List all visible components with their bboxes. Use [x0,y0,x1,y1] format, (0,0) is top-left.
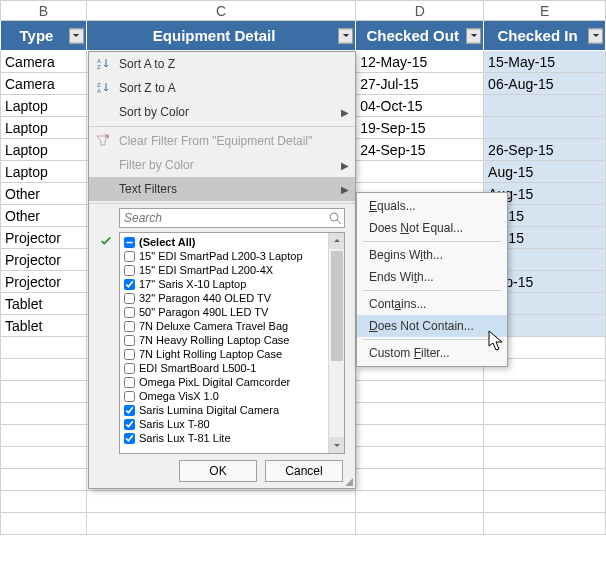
sort-by-color[interactable]: Sort by Color ▶ [89,100,355,124]
empty-cell[interactable] [356,469,484,491]
cell-type[interactable]: Tablet [1,315,87,337]
empty-cell[interactable] [356,513,484,535]
filter-item[interactable]: Saris Lumina Digital Camera [124,403,344,417]
filter-equals[interactable]: Equals... [357,195,507,217]
empty-cell[interactable] [356,381,484,403]
filter-checkbox[interactable] [124,419,135,430]
cell-out[interactable] [356,161,484,183]
filter-custom[interactable]: Custom Filter... [357,342,507,364]
filter-checkbox[interactable] [124,293,135,304]
empty-cell[interactable] [484,425,606,447]
filter-checkbox[interactable] [124,279,135,290]
empty-cell[interactable] [484,403,606,425]
cell-type[interactable]: Laptop [1,117,87,139]
empty-cell[interactable] [356,491,484,513]
filter-item[interactable]: (Select All) [124,235,344,249]
filter-item[interactable]: Omega PixL Digital Camcorder [124,375,344,389]
col-header-d[interactable]: D [356,1,484,21]
scroll-thumb[interactable] [331,251,343,361]
filter-item[interactable]: Saris Lux T-81 Lite [124,431,344,445]
empty-cell[interactable] [1,447,87,469]
filter-item[interactable]: 7N Light Rolling Laptop Case [124,347,344,361]
sort-az[interactable]: AZ Sort A to Z [89,52,355,76]
cell-type[interactable]: Camera [1,73,87,95]
filter-checkbox[interactable] [124,307,135,318]
filter-checkbox[interactable] [124,237,135,248]
filter-item[interactable]: 7N Deluxe Camera Travel Bag [124,319,344,333]
col-header-e[interactable]: E [484,1,606,21]
cell-in[interactable] [484,95,606,117]
ok-button[interactable]: OK [179,460,257,482]
cell-type[interactable]: Other [1,205,87,227]
cell-type[interactable]: Tablet [1,293,87,315]
empty-cell[interactable] [1,337,87,359]
search-input[interactable] [119,208,345,228]
filter-checkbox[interactable] [124,433,135,444]
filter-checkbox[interactable] [124,363,135,374]
filter-item[interactable]: 15" EDI SmartPad L200-4X [124,263,344,277]
filter-checkbox[interactable] [124,391,135,402]
filter-item[interactable]: 15" EDI SmartPad L200-3 Laptop [124,249,344,263]
header-out[interactable]: Checked Out [356,21,484,51]
filter-checkbox[interactable] [124,251,135,262]
filter-checkbox[interactable] [124,321,135,332]
cell-in[interactable]: 26-Sep-15 [484,139,606,161]
filter-icon[interactable] [69,28,84,43]
cell-type[interactable]: Camera [1,51,87,73]
scroll-down-icon[interactable] [329,437,345,453]
cell-type[interactable]: Projector [1,249,87,271]
filter-icon[interactable] [466,28,481,43]
filter-item[interactable]: 7N Heavy Rolling Laptop Case [124,333,344,347]
empty-cell[interactable] [356,425,484,447]
cell-type[interactable]: Projector [1,227,87,249]
empty-cell[interactable] [356,447,484,469]
cell-type[interactable]: Laptop [1,161,87,183]
header-in[interactable]: Checked In [484,21,606,51]
cell-in[interactable]: Aug-15 [484,161,606,183]
header-detail[interactable]: Equipment Detail [86,21,355,51]
empty-cell[interactable] [86,513,355,535]
empty-cell[interactable] [484,513,606,535]
cell-out[interactable]: 04-Oct-15 [356,95,484,117]
cell-type[interactable]: Laptop [1,139,87,161]
cell-in[interactable]: 15-May-15 [484,51,606,73]
filter-item[interactable]: 17" Saris X-10 Laptop [124,277,344,291]
filter-item[interactable]: EDI SmartBoard L500-1 [124,361,344,375]
filter-icon[interactable] [338,28,353,43]
filter-icon[interactable] [588,28,603,43]
filter-item[interactable]: 32" Paragon 440 OLED TV [124,291,344,305]
cell-type[interactable]: Other [1,183,87,205]
filter-begins-with[interactable]: Begins With... [357,244,507,266]
filter-ends-with[interactable]: Ends With... [357,266,507,288]
filter-not-contain[interactable]: Does Not Contain... [357,315,507,337]
empty-cell[interactable] [1,403,87,425]
empty-cell[interactable] [1,491,87,513]
scrollbar[interactable] [328,233,344,453]
cell-in[interactable]: 06-Aug-15 [484,73,606,95]
cell-in[interactable] [484,117,606,139]
cell-out[interactable]: 12-May-15 [356,51,484,73]
filter-item[interactable]: Saris Lux T-80 [124,417,344,431]
filter-checkbox[interactable] [124,335,135,346]
filter-item[interactable]: Omega VisX 1.0 [124,389,344,403]
empty-cell[interactable] [1,513,87,535]
cell-out[interactable]: 24-Sep-15 [356,139,484,161]
filter-contains[interactable]: Contains... [357,293,507,315]
filter-checkbox[interactable] [124,405,135,416]
sort-za[interactable]: ZA Sort Z to A [89,76,355,100]
empty-cell[interactable] [484,447,606,469]
text-filters[interactable]: Text Filters ▶ [89,177,355,201]
empty-cell[interactable] [1,359,87,381]
filter-checkbox[interactable] [124,265,135,276]
empty-cell[interactable] [1,425,87,447]
cell-out[interactable]: 19-Sep-15 [356,117,484,139]
empty-cell[interactable] [484,381,606,403]
empty-cell[interactable] [86,491,355,513]
empty-cell[interactable] [484,469,606,491]
filter-item[interactable]: 50" Paragon 490L LED TV [124,305,344,319]
col-header-c[interactable]: C [86,1,355,21]
scroll-up-icon[interactable] [329,233,345,249]
empty-cell[interactable] [1,469,87,491]
filter-checkbox[interactable] [124,349,135,360]
col-header-b[interactable]: B [1,1,87,21]
